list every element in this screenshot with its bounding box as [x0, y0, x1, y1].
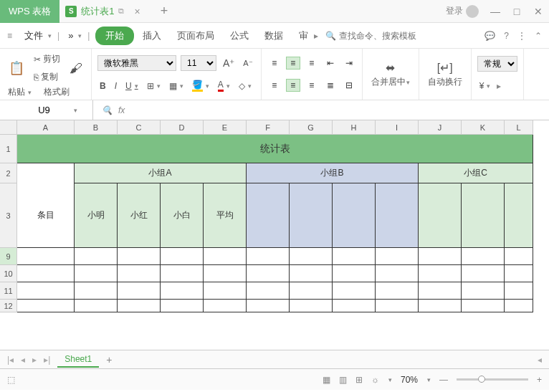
column-header[interactable]: I: [376, 120, 419, 135]
cell[interactable]: [333, 248, 376, 265]
sheet-nav-last-icon[interactable]: ▸|: [44, 355, 50, 365]
italic-button[interactable]: I: [113, 80, 119, 92]
cell[interactable]: [419, 282, 462, 300]
cell-style-button[interactable]: ▦▾: [167, 80, 186, 92]
cell[interactable]: [290, 300, 333, 312]
cell[interactable]: 小组C: [419, 163, 533, 183]
add-sheet-button[interactable]: +: [106, 354, 112, 365]
increase-font-button[interactable]: A⁺: [221, 56, 237, 70]
cell[interactable]: [75, 248, 118, 265]
zoom-value[interactable]: 70%: [401, 375, 418, 385]
file-dropdown-icon[interactable]: ▾: [48, 32, 52, 39]
row-header[interactable]: 10: [0, 265, 17, 282]
fill-color-button[interactable]: 🪣▾: [190, 78, 211, 93]
number-format-select[interactable]: 常规: [477, 56, 517, 72]
cell[interactable]: [505, 265, 533, 282]
column-header[interactable]: J: [419, 120, 462, 135]
cell[interactable]: [75, 282, 118, 300]
tab-restore-icon[interactable]: ⧉: [118, 6, 124, 16]
align-center-button[interactable]: ≡: [286, 79, 300, 92]
cell-reference-input[interactable]: [16, 105, 73, 115]
record-macro-icon[interactable]: ⬚: [7, 375, 15, 385]
tab-home[interactable]: 开始: [95, 27, 134, 45]
column-header[interactable]: D: [161, 120, 204, 135]
row-header[interactable]: 9: [0, 248, 17, 265]
cell[interactable]: [204, 265, 247, 282]
currency-button[interactable]: ¥▾: [477, 80, 493, 92]
row-header[interactable]: 3: [0, 183, 17, 248]
cell[interactable]: 小组B: [247, 163, 419, 183]
cell[interactable]: [462, 248, 505, 265]
search-box[interactable]: 🔍: [325, 31, 425, 41]
file-menu[interactable]: 文件: [22, 29, 46, 42]
column-header[interactable]: G: [290, 120, 333, 135]
column-header[interactable]: L: [505, 120, 533, 135]
tab-data[interactable]: 数据: [257, 27, 290, 45]
column-header[interactable]: A: [17, 120, 75, 135]
maximize-button[interactable]: □: [506, 6, 527, 17]
cell[interactable]: [247, 248, 290, 265]
zoom-slider[interactable]: [457, 378, 528, 381]
cell[interactable]: [161, 282, 204, 300]
align-left-button[interactable]: ≡: [267, 79, 282, 92]
cell[interactable]: 小明: [75, 183, 118, 248]
cell[interactable]: [290, 265, 333, 282]
decrease-font-button[interactable]: A⁻: [241, 57, 254, 70]
cell[interactable]: 统计表: [17, 135, 533, 163]
distribute-button[interactable]: ⊟: [342, 79, 356, 92]
view-break-icon[interactable]: ⊞: [355, 375, 363, 385]
cell[interactable]: [204, 248, 247, 265]
cell[interactable]: [118, 265, 161, 282]
cell[interactable]: 小白: [161, 183, 204, 248]
tab-close-icon[interactable]: ×: [134, 6, 140, 17]
sheet-nav-first-icon[interactable]: |◂: [7, 355, 14, 365]
cell[interactable]: [419, 265, 462, 282]
align-right-button[interactable]: ≡: [305, 79, 319, 92]
justify-button[interactable]: ≣: [323, 79, 338, 92]
cell[interactable]: [419, 183, 462, 248]
sheet-nav-prev-icon[interactable]: ◂: [21, 355, 25, 365]
cell[interactable]: [17, 163, 75, 183]
cell[interactable]: [333, 265, 376, 282]
cell[interactable]: [505, 300, 533, 312]
column-header[interactable]: H: [333, 120, 376, 135]
column-header[interactable]: E: [204, 120, 247, 135]
cell[interactable]: [247, 300, 290, 312]
font-size-select[interactable]: 11: [181, 55, 216, 71]
align-middle-button[interactable]: ≡: [286, 57, 300, 70]
cell[interactable]: 小组A: [75, 163, 247, 183]
cell[interactable]: [247, 282, 290, 300]
cell-reference-box[interactable]: ▾: [0, 100, 93, 120]
tab-review[interactable]: 审: [292, 27, 315, 45]
login-button[interactable]: 登录: [446, 5, 479, 18]
cell[interactable]: [419, 300, 462, 312]
cell[interactable]: [376, 300, 419, 312]
cell[interactable]: [376, 248, 419, 265]
align-top-button[interactable]: ≡: [267, 57, 282, 70]
help-icon[interactable]: ?: [504, 31, 509, 41]
cell[interactable]: [290, 183, 333, 248]
column-header[interactable]: K: [462, 120, 505, 135]
row-header[interactable]: 2: [0, 163, 17, 183]
cell[interactable]: [333, 300, 376, 312]
cell[interactable]: [462, 300, 505, 312]
copy-button[interactable]: ⎘复制: [32, 70, 62, 85]
row-header[interactable]: 12: [0, 300, 17, 312]
cell[interactable]: [75, 265, 118, 282]
cell[interactable]: [462, 183, 505, 248]
cell[interactable]: [376, 183, 419, 248]
cell[interactable]: [118, 282, 161, 300]
sheet-grid[interactable]: ABCDEFGHIJKL 1239101112 统计表小组A小组B小组C条目小明…: [0, 120, 549, 350]
cell[interactable]: [75, 300, 118, 312]
zoom-out-button[interactable]: —: [439, 375, 448, 385]
merge-center-button[interactable]: ⬌ 合并居中▾: [368, 59, 413, 90]
more-dropdown-icon[interactable]: ▾: [78, 32, 82, 39]
format-painter-button[interactable]: 🖌: [67, 59, 85, 77]
font-color-button[interactable]: A▾: [216, 78, 232, 93]
bold-button[interactable]: B: [97, 80, 108, 92]
paste-label[interactable]: 粘贴▾: [6, 85, 34, 100]
formula-input[interactable]: [130, 105, 540, 115]
cell[interactable]: [290, 248, 333, 265]
tab-page-layout[interactable]: 页面布局: [170, 27, 221, 45]
more-menu[interactable]: »: [65, 30, 76, 41]
